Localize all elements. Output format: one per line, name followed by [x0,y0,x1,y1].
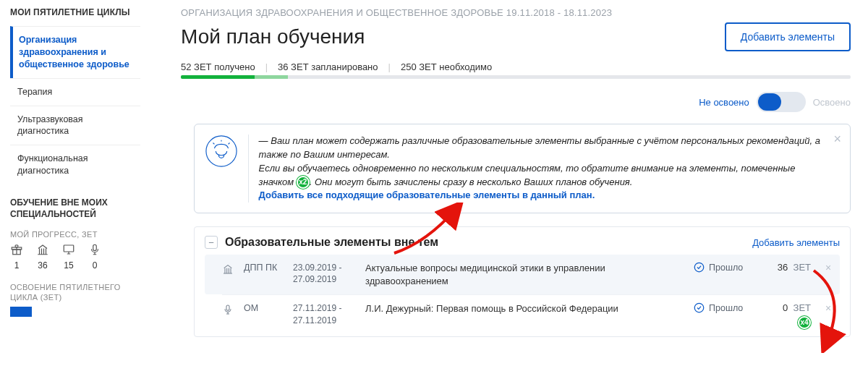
multi-plan-badge-icon: x2 [297,176,310,189]
row-status: Прошло [694,302,754,313]
progress-value: 0 [93,260,98,271]
monitor-icon [62,243,75,258]
progress-icons: 1 36 15 0 [10,243,140,271]
svg-point-7 [694,304,704,313]
collapse-button[interactable]: − [205,236,218,249]
sidebar-item-label: Функциональная диагностика [17,153,88,176]
row-zet: 0 ЗЕТ [765,302,811,313]
svg-point-5 [694,263,704,272]
add-elements-button[interactable]: Добавить элементы [725,22,851,51]
progress-building: 36 [36,243,49,271]
svg-rect-6 [226,305,229,310]
close-callout-button[interactable]: × [833,132,841,147]
zet-planned: 36 ЗЕТ запланировано [278,61,378,72]
progress-mic: 0 [88,243,101,271]
sidebar-item-label: Организация здравоохранения и общественн… [19,35,129,69]
sidebar-item-label: Ультразвуковая диагностика [17,114,83,137]
cycle-progress-heading: ОСВОЕНИЕ ПЯТИЛЕТНЕГО ЦИКЛА (ЗЕТ) [10,282,140,303]
zet-summary: 52 ЗЕТ получено | 36 ЗЕТ запланировано |… [181,61,851,72]
info-callout: — Ваш план может содержать различные обр… [194,124,851,213]
table-row[interactable]: ОМ 27.11.2019 - 27.11.2019 Л.И. Дежурный… [205,295,840,333]
sidebar-item-org-health[interactable]: Организация здравоохранения и общественн… [10,26,140,78]
row-desc: Актуальные вопросы медицинской этики в у… [365,262,684,287]
sidebar: МОИ ПЯТИЛЕТНИЕ ЦИКЛЫ Организация здравоо… [0,0,149,379]
row-zet: 36 ЗЕТ [765,262,811,273]
multi-plan-badge-icon: x4 [798,316,811,329]
mic-icon [222,304,234,318]
sidebar-item-functional[interactable]: Функциональная диагностика [10,145,140,184]
progress-monitor: 15 [62,243,75,271]
row-status: Прошло [694,262,754,273]
add-all-link[interactable]: Добавить все подходящие образовательные … [259,190,595,200]
sidebar-item-label: Терапия [17,87,52,97]
building-icon [36,243,49,258]
row-dates: 27.11.2019 - 27.11.2019 [293,302,355,325]
separator: | [388,61,391,72]
sidebar-item-therapy[interactable]: Терапия [10,78,140,106]
row-desc: Л.И. Дежурный: Первая помощь в Российско… [365,302,684,315]
zet-received: 52 ЗЕТ получено [181,61,255,72]
panel-add-link[interactable]: Добавить элементы [752,237,840,248]
sidebar-title: МОИ ПЯТИЛЕТНИЕ ЦИКЛЫ [10,7,140,17]
row-code: ОМ [244,303,283,313]
sidebar-section-outside[interactable]: ОБУЧЕНИЕ ВНЕ МОИХ СПЕЦИАЛЬНОСТЕЙ [10,197,140,220]
mic-icon [88,243,101,258]
panel-title: Образовательные элементы вне тем [225,236,745,249]
sidebar-item-ultrasound[interactable]: Ультразвуковая диагностика [10,106,140,145]
separator: | [265,61,268,72]
toggle-label-mastered: Освоено [813,97,851,108]
callout-line2b: . Они могут быть зачислены сразу в неско… [310,176,633,187]
progress-value: 1 [14,260,20,271]
cycle-progress-bar [10,307,32,317]
breadcrumb: ОРГАНИЗАЦИЯ ЗДРАВООХРАНЕНИЯ И ОБЩЕСТВЕНН… [181,7,851,18]
row-delete-button[interactable]: × [821,262,835,273]
progress-value: 15 [64,260,73,271]
row-delete-button[interactable]: × [821,302,835,314]
main: ОРГАНИЗАЦИЯ ЗДРАВООХРАНЕНИЯ И ОБЩЕСТВЕНН… [149,0,868,379]
svg-rect-3 [93,244,97,250]
advisor-avatar-icon [205,135,238,168]
progress-gift: 1 [10,243,23,271]
table-row[interactable]: ДПП ПК 23.09.2019 - 27.09.2019 Актуальны… [205,255,840,294]
mastered-toggle[interactable] [757,92,806,112]
gift-icon [10,243,23,258]
callout-line1: — Ваш план может содержать различные обр… [259,135,820,160]
zet-progress-bar [181,75,851,79]
zet-needed: 250 ЗЕТ необходимо [401,61,492,72]
elements-panel: − Образовательные элементы вне тем Добав… [194,226,851,336]
progress-heading: МОЙ ПРОГРЕСС, ЗЕТ [10,230,140,239]
progress-value: 36 [38,260,47,271]
row-dates: 23.09.2019 - 27.09.2019 [293,262,355,285]
toggle-label-not-mastered: Не освоено [699,97,749,108]
row-code: ДПП ПК [244,263,283,273]
svg-rect-2 [64,245,74,252]
page-title: Мой план обучения [181,25,365,48]
building-icon [222,263,234,277]
